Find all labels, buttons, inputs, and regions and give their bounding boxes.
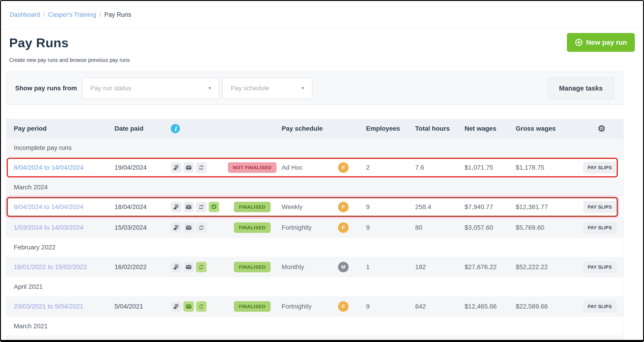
email-payslips-icon[interactable] bbox=[184, 162, 194, 173]
print-payslips-icon[interactable] bbox=[171, 341, 181, 342]
col-date-paid: Date paid bbox=[109, 125, 166, 132]
group-label: March 2021 bbox=[6, 323, 623, 330]
print-payslips-icon[interactable] bbox=[171, 222, 181, 233]
pay-schedule-value: Monthly bbox=[278, 263, 334, 271]
page-subtitle: Create new pay runs and browse previous … bbox=[9, 57, 634, 63]
table-row[interactable]: 8/04/2024 to 14/04/2024 19/04/2024 NOT F… bbox=[6, 157, 623, 178]
date-paid: 16/02/2022 bbox=[109, 263, 166, 271]
new-pay-run-button[interactable]: New pay run bbox=[567, 33, 635, 52]
email-payslips-icon[interactable] bbox=[184, 262, 194, 272]
status-badge: NOT FINALISED bbox=[228, 162, 277, 173]
date-paid: 5/04/2021 bbox=[109, 303, 166, 310]
group-row: March 2024 bbox=[6, 178, 623, 197]
app-window: Dashboard / Casper's Training / Pay Runs… bbox=[0, 0, 644, 342]
filter-panel: Show pay runs from Pay run status ▼ Pay … bbox=[6, 71, 623, 105]
gross-wages-value: $1,178.75 bbox=[513, 164, 567, 171]
recurring-pay-run-icon[interactable] bbox=[196, 341, 206, 342]
status-badge: FINALISED bbox=[234, 202, 270, 212]
frequency-badge: F bbox=[338, 341, 348, 342]
status-badge: FINALISED bbox=[234, 341, 270, 342]
employees-value: 1 bbox=[358, 263, 408, 271]
pay-schedule-dropdown[interactable]: Pay schedule ▼ bbox=[222, 77, 312, 99]
breadcrumb-dashboard[interactable]: Dashboard bbox=[10, 11, 40, 18]
gross-wages-value: $22,589.66 bbox=[513, 303, 567, 310]
email-payslips-icon[interactable] bbox=[184, 301, 194, 312]
page-header: Pay Runs Create new pay runs and browse … bbox=[1, 29, 643, 63]
pay-slips-button[interactable]: PAY SLIPS bbox=[583, 301, 616, 313]
frequency-badge: M bbox=[338, 262, 348, 272]
group-label: April 2021 bbox=[6, 283, 623, 290]
pay-slips-button[interactable]: PAY SLIPS bbox=[583, 162, 616, 173]
gear-icon[interactable]: ⚙ bbox=[598, 124, 606, 133]
gross-wages-value: $5,769.60 bbox=[513, 224, 567, 231]
net-wages-value: $3,057.60 bbox=[461, 224, 513, 231]
recurring-pay-run-icon[interactable] bbox=[196, 222, 206, 233]
pay-schedule-placeholder: Pay schedule bbox=[231, 85, 269, 92]
group-row: Incomplete pay runs bbox=[6, 139, 623, 157]
page-title: Pay Runs bbox=[9, 35, 634, 50]
print-payslips-icon[interactable] bbox=[171, 301, 181, 312]
col-gross-wages: Gross wages bbox=[513, 125, 567, 132]
total-hours-value: 7.6 bbox=[408, 164, 461, 171]
email-payslips-icon[interactable] bbox=[184, 202, 194, 212]
recurring-pay-run-icon[interactable] bbox=[196, 262, 206, 272]
breadcrumb-company[interactable]: Casper's Training bbox=[48, 11, 96, 18]
table-row[interactable]: 1/03/2024 to 14/03/2024 15/03/2024 FINAL… bbox=[6, 217, 623, 238]
breadcrumb-separator: / bbox=[100, 11, 101, 18]
recurring-pay-run-icon[interactable] bbox=[196, 162, 206, 173]
pay-period-link[interactable]: 16/01/2022 to 15/02/2022 bbox=[14, 263, 87, 271]
print-payslips-icon[interactable] bbox=[171, 162, 181, 173]
pay-runs-table: Pay period Date paid i Pay schedule Empl… bbox=[6, 119, 624, 342]
net-wages-value: $12,465.66 bbox=[461, 303, 513, 310]
email-payslips-icon[interactable] bbox=[184, 341, 194, 342]
pay-slips-button[interactable]: PAY SLIPS bbox=[583, 261, 616, 273]
date-paid: 18/04/2024 bbox=[109, 203, 166, 211]
status-badge: FINALISED bbox=[234, 222, 270, 233]
breadcrumb-separator: / bbox=[43, 11, 45, 18]
pay-slips-button[interactable]: PAY SLIPS bbox=[583, 201, 616, 213]
employees-value: 9 bbox=[358, 203, 408, 211]
employees-value: 9 bbox=[358, 224, 408, 231]
pay-run-status-placeholder: Pay run status bbox=[90, 85, 131, 92]
group-label: March 2024 bbox=[6, 184, 623, 191]
table-row[interactable]: 16/01/2022 to 15/02/2022 16/02/2022 FINA… bbox=[6, 257, 623, 277]
employees-value: 2 bbox=[358, 164, 408, 171]
chevron-down-icon: ▼ bbox=[208, 86, 212, 91]
gross-wages-value: $12,381.77 bbox=[513, 203, 567, 211]
pay-period-link[interactable]: 23/03/2021 to 5/04/2021 bbox=[14, 303, 84, 310]
net-wages-value: $1,071.75 bbox=[461, 164, 513, 171]
chevron-down-icon: ▼ bbox=[301, 86, 305, 91]
email-payslips-icon[interactable] bbox=[184, 222, 194, 233]
pay-schedule-value: Weekly bbox=[278, 203, 334, 211]
table-row[interactable]: 8/03/2021 to 21/03/2021 22/03/2021 FINAL… bbox=[6, 336, 623, 342]
date-paid: 19/04/2024 bbox=[109, 164, 166, 171]
recurring-pay-run-icon[interactable] bbox=[196, 301, 206, 312]
status-badge: FINALISED bbox=[234, 262, 270, 272]
new-pay-run-label: New pay run bbox=[586, 38, 627, 46]
group-row: February 2022 bbox=[6, 238, 623, 257]
pay-period-link[interactable]: 8/04/2024 to 14/04/2024 bbox=[14, 203, 84, 211]
breadcrumb-current: Pay Runs bbox=[104, 11, 131, 18]
table-row[interactable]: 23/03/2021 to 5/04/2021 5/04/2021 FINALI… bbox=[6, 296, 623, 317]
breadcrumb: Dashboard / Casper's Training / Pay Runs bbox=[1, 1, 643, 29]
pay-slips-button[interactable]: PAY SLIPS bbox=[583, 340, 616, 342]
col-net-wages: Net wages bbox=[461, 125, 513, 132]
pay-schedule-value: Fortnightly bbox=[278, 303, 334, 310]
finalised-check-icon[interactable] bbox=[208, 202, 219, 212]
print-payslips-icon[interactable] bbox=[171, 262, 181, 272]
info-icon[interactable]: i bbox=[171, 124, 180, 133]
gross-wages-value: $52,222.22 bbox=[513, 263, 567, 271]
total-hours-value: 642 bbox=[408, 303, 461, 310]
pay-run-status-dropdown[interactable]: Pay run status ▼ bbox=[82, 77, 219, 99]
table-header-row: Pay period Date paid i Pay schedule Empl… bbox=[6, 119, 623, 139]
date-paid: 15/03/2024 bbox=[109, 224, 166, 231]
manage-tasks-button[interactable]: Manage tasks bbox=[548, 77, 614, 99]
pay-schedule-value: Fortnightly bbox=[278, 224, 334, 231]
recurring-pay-run-icon[interactable] bbox=[196, 202, 206, 212]
pay-period-link[interactable]: 8/04/2024 to 14/04/2024 bbox=[14, 164, 84, 171]
table-row[interactable]: 8/04/2024 to 14/04/2024 18/04/2024 FINAL… bbox=[6, 197, 623, 217]
filter-label: Show pay runs from bbox=[15, 85, 77, 92]
print-payslips-icon[interactable] bbox=[171, 202, 181, 212]
pay-slips-button[interactable]: PAY SLIPS bbox=[583, 222, 616, 234]
pay-period-link[interactable]: 1/03/2024 to 14/03/2024 bbox=[14, 224, 84, 231]
